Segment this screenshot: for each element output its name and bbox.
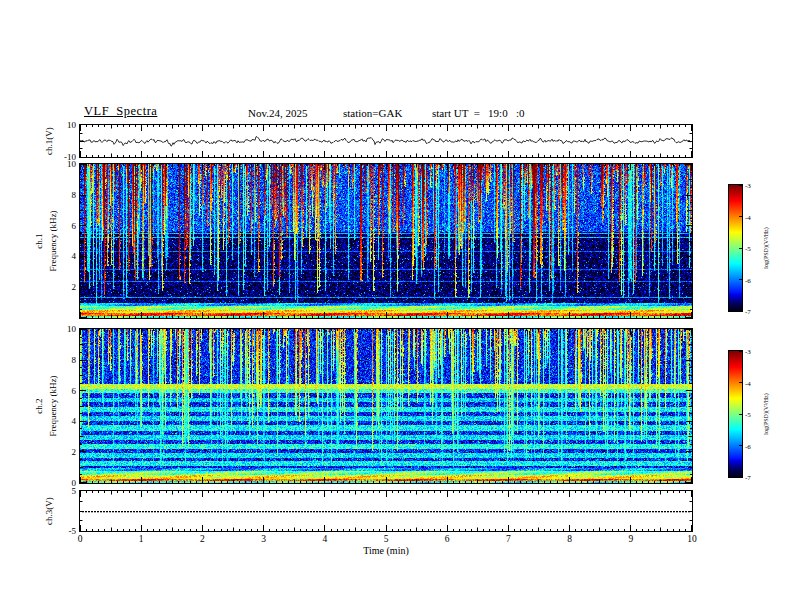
- colorbar-tick-label: -5: [745, 410, 751, 420]
- colorbar-tick-label: -7: [745, 473, 751, 483]
- x-axis-title: Time (min): [363, 545, 408, 556]
- colorbar-tick-label: -7: [745, 307, 751, 317]
- figure-title: VLF Spectra: [84, 104, 157, 119]
- y-tick-label: 2: [54, 282, 76, 292]
- colorbar-ch1-label: log(PSD)(V²/Hz): [763, 227, 769, 268]
- y-tick-label: 10: [54, 120, 76, 130]
- y-tick-label: 10: [54, 324, 76, 334]
- colorbar-tick-label: -5: [745, 244, 751, 254]
- vlf-spectra-figure: VLF Spectra Nov.24, 2025 station=GAK sta…: [0, 0, 792, 612]
- ch1-wave-ylabel: ch.1(V): [44, 127, 54, 155]
- y-tick-label: 8: [54, 190, 76, 200]
- y-tick-label: -5: [54, 526, 76, 536]
- ch3-wave-ylabel: ch.3(V): [44, 497, 54, 525]
- colorbar-tick-label: -6: [745, 276, 751, 286]
- x-tick-label: 0: [78, 534, 83, 544]
- colorbar-tick-label: -6: [745, 442, 751, 452]
- x-tick-label: 5: [384, 534, 389, 544]
- x-tick-label: 4: [322, 534, 327, 544]
- ch2-spectrogram-canvas: [79, 328, 693, 484]
- ch1-spectrogram-canvas: [79, 163, 693, 319]
- colorbar-tick-label: -4: [745, 213, 751, 223]
- x-tick-label: 7: [506, 534, 511, 544]
- x-tick-label: 9: [628, 534, 633, 544]
- header-station: station=GAK: [343, 107, 402, 119]
- y-tick-label: 2: [54, 447, 76, 457]
- y-tick-label: 4: [54, 416, 76, 426]
- ch2-spec-frequency-label: Frequency (kHz): [48, 375, 58, 436]
- colorbar-tick-label: -3: [745, 181, 751, 191]
- x-tick-label: 3: [261, 534, 266, 544]
- colorbar-ch2-canvas: [728, 350, 743, 478]
- y-tick-label: 10: [54, 159, 76, 169]
- header-start-ut: start UT = 19:0 :0: [432, 107, 524, 119]
- ch1-waveform-canvas: [79, 124, 693, 158]
- y-tick-label: 8: [54, 355, 76, 365]
- x-tick-label: 1: [139, 534, 144, 544]
- y-tick-label: 6: [54, 221, 76, 231]
- header-date: Nov.24, 2025: [248, 107, 307, 119]
- ch3-waveform-canvas: [79, 490, 693, 532]
- colorbar-ch2-label: log(PSD)(V²/Hz): [763, 393, 769, 434]
- colorbar-tick-label: -4: [745, 379, 751, 389]
- ch2-spec-channel-label: ch.2: [34, 398, 44, 413]
- x-tick-label: 8: [567, 534, 572, 544]
- ch1-spec-channel-label: ch.1: [34, 233, 44, 248]
- colorbar-ch1-canvas: [728, 184, 743, 312]
- colorbar-tick-label: -3: [745, 347, 751, 357]
- y-tick-label: 6: [54, 386, 76, 396]
- y-tick-label: 5: [54, 486, 76, 496]
- x-tick-label: 2: [200, 534, 205, 544]
- x-tick-label: 6: [445, 534, 450, 544]
- y-tick-label: 4: [54, 251, 76, 261]
- ch1-spec-frequency-label: Frequency (kHz): [48, 210, 58, 271]
- x-tick-label: 10: [687, 534, 697, 544]
